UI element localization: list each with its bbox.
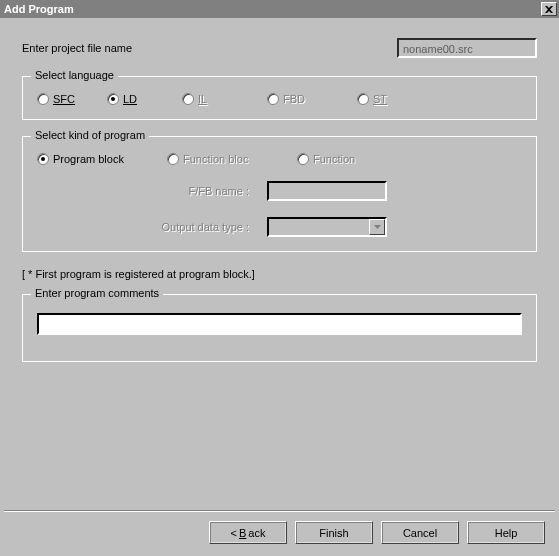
project-file-row: Enter project file name noname00.src xyxy=(22,38,537,58)
close-button[interactable] xyxy=(541,2,557,16)
radio-ld[interactable]: LD xyxy=(107,93,182,105)
radio-icon xyxy=(107,93,119,105)
titlebar: Add Program xyxy=(0,0,559,18)
chevron-down-icon xyxy=(374,225,381,229)
radio-fbd-label: FBD xyxy=(283,93,305,105)
radio-icon xyxy=(267,93,279,105)
output-type-label: Output data type : xyxy=(37,221,267,233)
radio-icon xyxy=(37,153,49,165)
radio-icon xyxy=(357,93,369,105)
radio-fbd[interactable]: FBD xyxy=(267,93,357,105)
radio-program-block-label: Program block xyxy=(53,153,124,165)
back-prefix: < xyxy=(231,527,237,539)
comments-input[interactable] xyxy=(37,313,522,335)
kind-group: Select kind of program Program block Fun… xyxy=(22,136,537,252)
ffb-name-label: F/FB name : xyxy=(37,185,267,197)
project-file-field[interactable]: noname00.src xyxy=(397,38,537,58)
radio-st-label: ST xyxy=(373,93,387,105)
kind-legend: Select kind of program xyxy=(31,129,149,141)
radio-function-bloc[interactable]: Function bloc xyxy=(167,153,297,165)
radio-icon xyxy=(37,93,49,105)
radio-sfc[interactable]: SFC xyxy=(37,93,107,105)
radio-icon xyxy=(167,153,179,165)
radio-function-bloc-label: Function bloc xyxy=(183,153,248,165)
back-u: B xyxy=(239,527,246,539)
language-legend: Select language xyxy=(31,69,118,81)
radio-function-label: Function xyxy=(313,153,355,165)
comments-group: Enter program comments xyxy=(22,294,537,362)
cancel-button[interactable]: Cancel xyxy=(381,521,459,544)
radio-function[interactable]: Function xyxy=(297,153,355,165)
cancel-label: Cancel xyxy=(403,527,437,539)
language-group: Select language SFC LD IL FBD ST xyxy=(22,76,537,120)
button-row: < Back Finish Cancel Help xyxy=(209,521,545,544)
radio-icon xyxy=(297,153,309,165)
finish-label: Finish xyxy=(319,527,348,539)
ffb-name-field[interactable] xyxy=(267,181,387,201)
radio-il-label: IL xyxy=(198,93,207,105)
close-icon xyxy=(545,6,553,13)
radio-st[interactable]: ST xyxy=(357,93,387,105)
help-label: Help xyxy=(495,527,518,539)
separator-line xyxy=(4,510,555,512)
window-title: Add Program xyxy=(4,3,74,15)
note-text: [ * First program is registered at progr… xyxy=(22,268,537,280)
combo-dropdown-button[interactable] xyxy=(369,219,385,235)
finish-button[interactable]: Finish xyxy=(295,521,373,544)
radio-program-block[interactable]: Program block xyxy=(37,153,167,165)
radio-il[interactable]: IL xyxy=(182,93,267,105)
dialog-body: Enter project file name noname00.src Sel… xyxy=(0,18,559,382)
radio-ld-label: LD xyxy=(123,93,137,105)
language-radio-row: SFC LD IL FBD ST xyxy=(37,93,526,105)
radio-sfc-label: SFC xyxy=(53,93,75,105)
ffb-name-row: F/FB name : xyxy=(37,181,526,201)
back-rest: ack xyxy=(248,527,265,539)
output-type-value xyxy=(269,219,369,235)
radio-icon xyxy=(182,93,194,105)
output-type-row: Output data type : xyxy=(37,217,526,237)
project-file-label: Enter project file name xyxy=(22,42,397,54)
comments-legend: Enter program comments xyxy=(31,287,163,299)
help-button[interactable]: Help xyxy=(467,521,545,544)
kind-radio-row: Program block Function bloc Function xyxy=(37,153,526,165)
output-type-combo[interactable] xyxy=(267,217,387,237)
back-button[interactable]: < Back xyxy=(209,521,287,544)
